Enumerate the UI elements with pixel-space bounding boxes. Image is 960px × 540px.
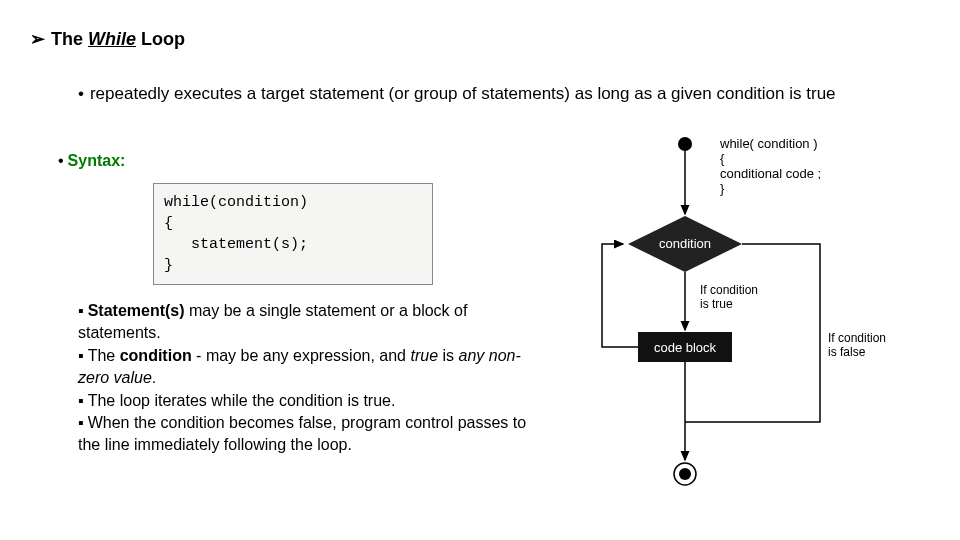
flow-false-1: If condition [828,331,886,345]
flowchart: while( condition ) { conditional code ; … [590,132,940,502]
flow-start-icon [678,137,692,151]
flow-end-inner-icon [679,468,691,480]
flow-loop-edge [602,244,638,347]
flow-false-2: is false [828,345,866,359]
syntax-code-box: while(condition) { statement(s); } [153,183,433,285]
note-2-b: - may be any expression, and [192,347,411,364]
note-4-text: When the condition becomes false, progra… [78,414,526,453]
intro-line: •repeatedly executes a target statement … [78,84,878,104]
flow-true-1: If condition [700,283,758,297]
heading-arrow-icon: ➢ [30,28,45,50]
syntax-bullet-icon: • [58,152,64,169]
intro-bullet-icon: • [78,84,84,103]
note-bullet-icon: ▪ [78,414,84,431]
note-1: ▪Statement(s) may be a single statement … [78,300,544,345]
flow-syntax-1: while( condition ) [719,136,818,151]
note-bullet-icon: ▪ [78,347,84,364]
flow-syntax-3: conditional code ; [720,166,821,181]
note-3-text: The loop iterates while the condition is… [88,392,396,409]
note-2-ital-a: true [410,347,438,364]
note-3: ▪The loop iterates while the condition i… [78,390,544,412]
flow-condition-label: condition [659,236,711,251]
note-2-d: . [152,369,156,386]
note-2-c: is [438,347,458,364]
flow-codeblock-label: code block [654,340,717,355]
intro-text: repeatedly executes a target statement (… [90,84,836,103]
flowchart-svg: while( condition ) { conditional code ; … [590,132,940,502]
note-2-a: The [88,347,120,364]
heading-loop: Loop [136,29,185,49]
syntax-label: Syntax: [68,152,126,169]
note-4: ▪When the condition becomes false, progr… [78,412,544,457]
note-1-strong: Statement(s) [88,302,185,319]
flow-syntax-2: { [720,151,725,166]
heading-while: While [88,29,136,49]
slide: ➢The While Loop •repeatedly executes a t… [0,0,960,540]
notes-block: ▪Statement(s) may be a single statement … [78,300,544,457]
note-bullet-icon: ▪ [78,392,84,409]
heading: ➢The While Loop [30,28,185,50]
note-2: ▪The condition - may be any expression, … [78,345,544,390]
syntax-code: while(condition) { statement(s); } [164,194,308,274]
note-2-strong: condition [120,347,192,364]
flow-syntax-4: } [720,181,725,196]
syntax-label-line: •Syntax: [58,152,125,170]
heading-the: The [51,29,88,49]
note-bullet-icon: ▪ [78,302,84,319]
flow-true-2: is true [700,297,733,311]
